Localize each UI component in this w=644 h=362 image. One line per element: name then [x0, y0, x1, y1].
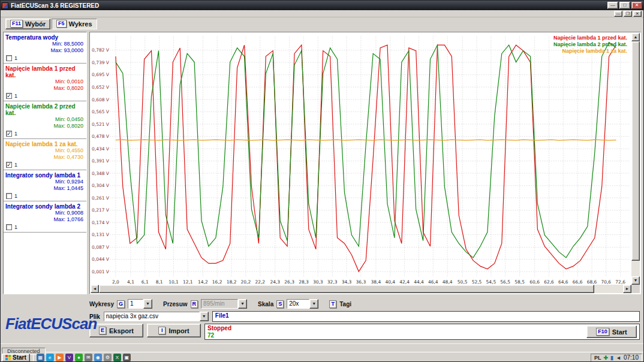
- svg-text:0,174 V: 0,174 V: [92, 220, 110, 225]
- param-checkbox[interactable]: ✓: [6, 93, 12, 99]
- vertical-scrollbar[interactable]: ▲ ▼: [631, 33, 640, 285]
- svg-text:30,3: 30,3: [313, 279, 323, 285]
- svg-text:22,2: 22,2: [255, 279, 265, 285]
- parameter-sidebar: Temperatura wody Min: 88,5000 Max: 93,00…: [3, 32, 87, 294]
- przesuw-select[interactable]: 895/min ▼: [201, 299, 247, 309]
- import-label: Import: [168, 327, 189, 334]
- svg-text:0,608 V: 0,608 V: [92, 97, 110, 102]
- scroll-down-icon[interactable]: ▼: [631, 276, 640, 285]
- wykresy-key-badge: G: [117, 300, 125, 308]
- param-checkbox[interactable]: [6, 224, 12, 230]
- child-close-button[interactable]: ✕: [633, 11, 642, 17]
- param-checkbox[interactable]: ✓: [6, 131, 12, 137]
- start-key-badge: F10: [596, 328, 609, 336]
- param-max: Max: 93,0000: [5, 47, 83, 54]
- svg-text:4,1: 4,1: [127, 279, 134, 285]
- svg-text:54,5: 54,5: [486, 279, 496, 285]
- close-button[interactable]: ✕: [631, 2, 642, 9]
- vertical-scroll-thumb[interactable]: [631, 41, 640, 261]
- svg-text:0,565 V: 0,565 V: [92, 109, 110, 114]
- param-min: Min: 0,4550: [5, 147, 83, 154]
- svg-text:42,4: 42,4: [399, 279, 410, 285]
- windows-flag-icon: [5, 355, 11, 360]
- svg-text:50,5: 50,5: [458, 279, 468, 285]
- combo-arrow-icon[interactable]: ▼: [238, 299, 247, 309]
- svg-text:36,3: 36,3: [356, 279, 366, 285]
- scroll-left-icon[interactable]: ◄: [91, 285, 99, 293]
- child-restore-button[interactable]: ❐: [624, 11, 632, 17]
- capture-icon[interactable]: ▣: [123, 354, 131, 361]
- param-min: Min: 88,5000: [5, 41, 83, 47]
- svg-text:8,1: 8,1: [156, 279, 163, 285]
- skala-select[interactable]: 20x ▼: [287, 299, 318, 309]
- tab-wybor-key-badge: F11: [10, 20, 23, 28]
- minimize-button[interactable]: —: [607, 2, 618, 9]
- legend-entry-lambda1-za: Napięcie lambda 1 za kat.: [553, 48, 627, 55]
- current-file-display: File1: [212, 311, 640, 322]
- horizontal-scrollbar[interactable]: ◄ ►: [91, 285, 631, 293]
- combo-arrow-icon[interactable]: ▼: [200, 312, 209, 321]
- param-checkbox-row: ✓ 1: [6, 131, 85, 137]
- antivirus-icon[interactable]: ✚: [604, 354, 609, 361]
- param-checkbox-label: 1: [14, 193, 17, 199]
- horizontal-scroll-thumb[interactable]: [99, 285, 594, 293]
- param-title: Napięcie lambda 1 przed kat.: [5, 65, 85, 79]
- param-min: Min: 0,0450: [5, 116, 83, 123]
- svg-text:12,1: 12,1: [183, 279, 193, 285]
- tools-icon[interactable]: ⚙: [104, 354, 112, 361]
- acquisition-status-box: Stopped 72 F10 Start: [204, 324, 640, 340]
- cd-burner-icon[interactable]: ◉: [94, 354, 102, 361]
- svg-text:0,391 V: 0,391 V: [92, 158, 110, 164]
- volume-icon[interactable]: ◄: [616, 354, 621, 361]
- svg-text:0,304 V: 0,304 V: [92, 183, 110, 188]
- eksport-button[interactable]: E Eksport: [89, 324, 143, 337]
- eksport-key-badge: E: [99, 327, 106, 334]
- messenger-icon[interactable]: ●: [75, 354, 83, 361]
- spreadsheet-icon[interactable]: X: [113, 354, 121, 361]
- tab-wybor[interactable]: F11 Wybór: [5, 19, 50, 29]
- svg-text:0,478 V: 0,478 V: [92, 134, 110, 139]
- svg-text:46,4: 46,4: [428, 279, 438, 285]
- combo-arrow-icon[interactable]: ▼: [143, 299, 152, 309]
- param-checkbox[interactable]: ✓: [6, 162, 12, 168]
- tagi-key-badge: T: [329, 300, 336, 308]
- browser-icon[interactable]: e: [46, 354, 54, 361]
- media-player-icon[interactable]: ▶: [56, 354, 64, 361]
- tab-wykres[interactable]: F5 Wykres: [52, 19, 97, 29]
- plik-select[interactable]: napięcia 3x gaz.csv ▼: [104, 312, 209, 321]
- network-icon[interactable]: ▮: [610, 354, 613, 361]
- mail-icon[interactable]: ✉: [85, 354, 92, 361]
- param-integrator-1: Integrator sondy lambda 1 Min: 0,9294 Ma…: [4, 170, 86, 201]
- svg-text:64,6: 64,6: [558, 279, 568, 285]
- child-minimize-button[interactable]: —: [614, 11, 622, 17]
- window-title: FiatECUScan 3.6 REGISTERED: [11, 2, 606, 9]
- start-menu-button[interactable]: Start: [2, 354, 30, 362]
- skala-label: Skala: [258, 301, 273, 307]
- scroll-up-icon[interactable]: ▲: [631, 33, 640, 41]
- vertical-scroll-track[interactable]: [631, 261, 640, 276]
- svg-text:0,434 V: 0,434 V: [92, 146, 110, 152]
- param-lambda1-przed: Napięcie lambda 1 przed kat. Min: 0,0010…: [4, 64, 86, 101]
- param-checkbox-label: 1: [14, 93, 17, 99]
- param-checkbox[interactable]: [6, 193, 12, 199]
- combo-arrow-icon[interactable]: ▼: [309, 299, 318, 309]
- svg-text:52,5: 52,5: [472, 279, 482, 285]
- wykresy-select[interactable]: 1 ▼: [128, 299, 152, 309]
- start-button[interactable]: F10 Start: [586, 325, 637, 338]
- svg-text:68,6: 68,6: [587, 279, 597, 285]
- scroll-right-icon[interactable]: ►: [623, 285, 631, 293]
- svg-text:0,044 V: 0,044 V: [92, 257, 110, 262]
- param-checkbox-label: 1: [14, 162, 17, 168]
- show-desktop-icon[interactable]: ▦: [37, 354, 44, 361]
- maximize-button[interactable]: □: [619, 2, 630, 9]
- svg-text:26,3: 26,3: [284, 279, 294, 285]
- wykresy-label: Wykresy: [89, 301, 114, 307]
- param-checkbox[interactable]: [6, 55, 12, 61]
- svg-text:24,3: 24,3: [270, 279, 280, 285]
- vnc-icon[interactable]: V: [65, 354, 73, 361]
- import-button[interactable]: I Import: [147, 324, 201, 337]
- language-indicator[interactable]: PL: [594, 354, 601, 361]
- param-checkbox-row: ✓ 1: [6, 93, 85, 99]
- horizontal-scroll-track[interactable]: [594, 285, 623, 293]
- fiatecuscan-logo: FiatECUScan: [5, 315, 97, 333]
